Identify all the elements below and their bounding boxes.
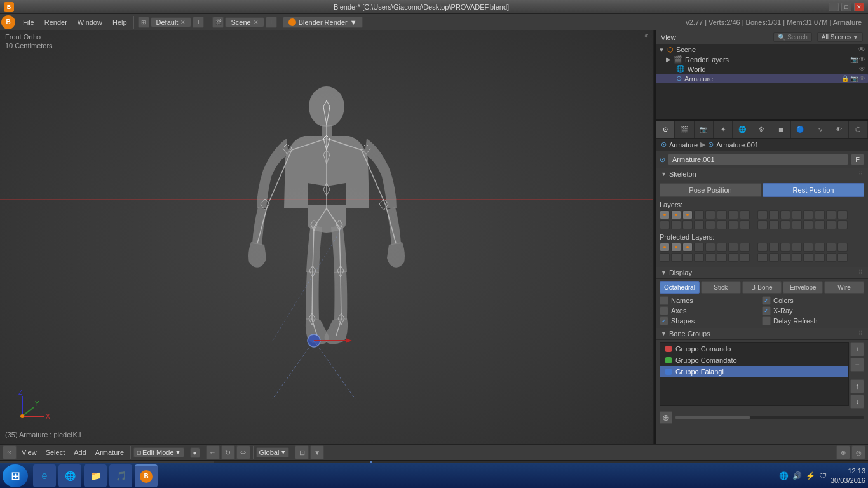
bone-groups-list[interactable]: Gruppo Comando Gruppo Comandato Gruppo F… — [660, 342, 849, 406]
tree-item-scene[interactable]: ▼ ⬡ Scene 👁 — [656, 44, 868, 55]
cb-axes[interactable]: Axes — [660, 306, 762, 315]
cb-names-box[interactable] — [660, 296, 668, 305]
taskbar-blender-icon[interactable]: B — [135, 464, 158, 487]
layers-grid-1[interactable] — [660, 210, 864, 219]
bone-groups-section-header[interactable]: ▼ Bone Groups ⠿ — [656, 328, 868, 340]
display-btn-octahedral[interactable]: Octahedral — [660, 281, 700, 294]
protected-btn-5[interactable] — [705, 243, 715, 252]
taskbar-media-icon[interactable]: 🎵 — [109, 464, 132, 487]
bone-group-1[interactable]: Gruppo Comando — [660, 343, 848, 355]
protected-btn-11[interactable] — [780, 243, 790, 252]
protected-btn-25[interactable] — [757, 253, 768, 262]
protected-btn-28[interactable] — [792, 253, 802, 262]
protected-btn-10[interactable] — [769, 243, 779, 252]
scene-add-btn[interactable]: + — [266, 17, 277, 28]
layer-btn-14[interactable] — [815, 210, 825, 219]
display-btn-stick[interactable]: Stick — [701, 281, 741, 294]
prop-tab-object-data[interactable]: ⊙ — [656, 121, 675, 138]
layer-btn-7[interactable] — [728, 210, 738, 219]
bone-groups-side-buttons[interactable]: + − ↑ ↓ — [850, 342, 864, 409]
snap-tools[interactable]: ⊡ ▼ — [295, 445, 324, 459]
bone-group-3[interactable]: Gruppo Falangi — [660, 366, 848, 377]
protected-btn-27[interactable] — [780, 253, 790, 262]
layer-btn-8[interactable] — [740, 210, 750, 219]
display-btn-wire[interactable]: Wire — [824, 281, 864, 294]
layer-btn-12[interactable] — [792, 210, 802, 219]
name-f-button[interactable]: F — [851, 154, 864, 165]
window-controls[interactable]: _ □ ✕ — [829, 3, 864, 11]
transform-orientation[interactable]: Global ▼ — [256, 447, 290, 458]
prop-tab-modifiers[interactable]: ◼ — [771, 121, 790, 138]
armature-eye2-icon[interactable]: 👁 — [859, 75, 865, 82]
outliner-tree[interactable]: ▼ ⬡ Scene 👁 ▶ 🎬 RenderLayers 📷 👁 — [656, 44, 868, 121]
bt-add[interactable]: Add — [70, 447, 90, 458]
cb-names[interactable]: Names — [660, 296, 762, 305]
shading-selector[interactable]: ● — [190, 447, 200, 458]
protected-btn-23[interactable] — [728, 253, 738, 262]
layers-grid-2[interactable] — [660, 220, 864, 229]
outliner-search[interactable]: 🔍 Search — [773, 32, 812, 42]
protected-btn-16[interactable] — [837, 243, 848, 252]
move-tool[interactable]: ↔ — [206, 445, 220, 459]
blender-icon[interactable]: B — [1, 15, 15, 29]
layer-btn-4[interactable] — [694, 210, 704, 219]
protected-btn-15[interactable] — [826, 243, 836, 252]
layer-btn-16[interactable] — [837, 210, 848, 219]
scenes-dropdown[interactable]: All Scenes ▼ — [817, 32, 863, 42]
protected-btn-26[interactable] — [769, 253, 779, 262]
skeleton-section-header[interactable]: ▼ Skeleton ⠿ — [656, 168, 868, 180]
tree-item-renderlayers[interactable]: ▶ 🎬 RenderLayers 📷 👁 — [656, 55, 868, 64]
protected-btn-4[interactable] — [694, 243, 704, 252]
cb-delayrefresh[interactable]: Delay Refresh — [762, 316, 864, 325]
tree-collapse-scene[interactable]: ▼ — [658, 46, 665, 53]
pose-rest-row[interactable]: Pose Position Rest Position — [660, 183, 864, 197]
layer-btn-32[interactable] — [837, 220, 848, 229]
prop-tab-data[interactable]: 👁 — [829, 121, 848, 138]
layer-btn-10[interactable] — [769, 210, 779, 219]
bc-armature[interactable]: Armature — [669, 141, 698, 149]
viewport-bottom-toolbar[interactable]: ⊙ View Select Add Armature ◻ Edit Mode ▼… — [0, 444, 868, 460]
maximize-button[interactable]: □ — [841, 3, 851, 11]
cb-shapes-box[interactable] — [660, 316, 668, 325]
renderlayers-cam-icon[interactable]: 📷 — [850, 56, 858, 63]
display-btn-envelope[interactable]: Envelope — [783, 281, 823, 294]
protected-btn-31[interactable] — [826, 253, 836, 262]
protected-btn-32[interactable] — [837, 253, 848, 262]
cb-axes-box[interactable] — [660, 306, 668, 315]
display-section-header[interactable]: ▼ Display ⠿ — [656, 267, 868, 279]
layer-btn-2[interactable] — [671, 210, 681, 219]
protected-btn-13[interactable] — [803, 243, 813, 252]
prop-tab-constraints[interactable]: ⚙ — [752, 121, 771, 138]
layer-btn-30[interactable] — [815, 220, 825, 229]
display-type-buttons[interactable]: Octahedral Stick B-Bone Envelope Wire — [660, 281, 864, 294]
protected-btn-1[interactable] — [660, 243, 670, 252]
protected-btn-3[interactable] — [682, 243, 693, 252]
layer-btn-9[interactable] — [757, 210, 768, 219]
protected-btn-30[interactable] — [815, 253, 825, 262]
mode-selector[interactable]: ◻ Edit Mode ▼ — [133, 447, 184, 458]
bc-armature2[interactable]: Armature.001 — [716, 141, 759, 149]
bone-group-remove-btn[interactable]: − — [850, 358, 864, 372]
minimize-button[interactable]: _ — [829, 3, 839, 11]
protected-btn-21[interactable] — [705, 253, 715, 262]
protected-btn-12[interactable] — [792, 243, 802, 252]
bt-select[interactable]: Select — [42, 447, 69, 458]
layer-btn-29[interactable] — [803, 220, 813, 229]
display-btn-bbone[interactable]: B-Bone — [742, 281, 782, 294]
prop-tab-particles[interactable]: 🔵 — [791, 121, 810, 138]
viewport-resize-handle[interactable]: ⊕ — [644, 33, 651, 39]
properties-tabs[interactable]: ⊙ 🎬 📷 ✦ 🌐 ⚙ ◼ 🔵 ∿ 👁 ⬡ — [656, 121, 868, 139]
overlay-btn[interactable]: ⊕ — [836, 445, 850, 459]
cb-xray[interactable]: X-Ray — [762, 306, 864, 315]
layer-btn-3[interactable] — [682, 210, 693, 219]
menu-file[interactable]: File — [18, 17, 39, 27]
prop-tab-physics[interactable]: ∿ — [810, 121, 829, 138]
workspace-selector[interactable]: Default ✕ — [151, 17, 192, 27]
layer-btn-24[interactable] — [740, 220, 750, 229]
layer-btn-6[interactable] — [717, 210, 727, 219]
cb-delayrefresh-box[interactable] — [762, 316, 771, 325]
layer-btn-26[interactable] — [769, 220, 779, 229]
prop-tab-object[interactable]: 🌐 — [733, 121, 752, 138]
viewport-mode-icon[interactable]: ⊙ — [3, 445, 17, 459]
extra-viewport-btns[interactable]: ⊕ ◎ — [836, 445, 865, 459]
